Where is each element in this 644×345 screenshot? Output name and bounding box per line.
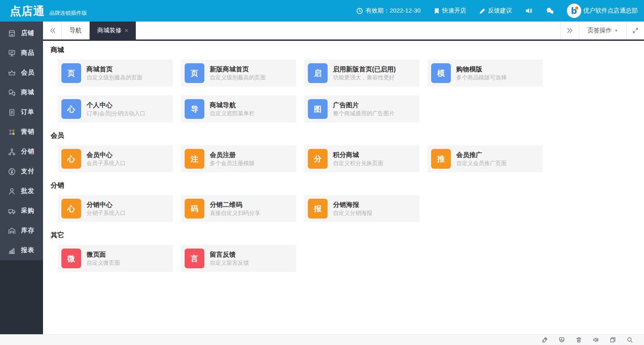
card-商城首页[interactable]: 页商城首页自定义级别最高的页面 (58, 60, 173, 87)
sidebar-item-payment[interactable]: 支付 (0, 162, 43, 181)
app-title: 点店通 (10, 4, 45, 18)
card-留言反馈[interactable]: 言留言反馈自定义留言反馈 (181, 245, 296, 272)
sidebar-item-label: 会员 (21, 69, 35, 77)
search-icon[interactable] (627, 336, 633, 343)
sidebar-item-purchase[interactable]: 采购 (0, 201, 43, 221)
card-description: 自定义积分兑换页面 (333, 160, 384, 167)
card-title: 启用新版首页(已启用) (333, 65, 396, 74)
sidebar-item-label: 批发 (21, 187, 35, 195)
sidebar-item-mall[interactable]: 商城 (0, 83, 43, 102)
goods-icon (8, 49, 16, 57)
message-button[interactable] (545, 7, 554, 15)
speaker-icon (525, 7, 533, 15)
tab-0[interactable]: 导航 (62, 22, 90, 39)
card-description: 多个会员注册模版 (210, 160, 255, 167)
card-description: 直接自定义扫码分享 (210, 210, 260, 217)
card-个人中心[interactable]: 心个人中心订单|会员|分销活动入口 (58, 96, 173, 122)
card-分销中心[interactable]: 心分销中心分销子系统入口 (58, 195, 173, 222)
card-description: 多个商品模版可选择 (456, 74, 507, 82)
card-glyph-tile: 言 (185, 249, 204, 268)
sound-button[interactable] (525, 7, 533, 15)
sidebar-item-report[interactable]: 报表 (0, 240, 43, 260)
card-title: 会员注册 (210, 151, 255, 159)
card-title: 商城导航 (210, 101, 255, 109)
chat-bubbles-icon (8, 88, 16, 97)
card-会员注册[interactable]: 注会员注册多个会员注册模版 (181, 145, 296, 172)
cards-grid: 微微页面自定义微页面言留言反馈自定义留言反馈 (58, 245, 555, 272)
card-glyph-tile: 微 (61, 249, 81, 268)
marketing-dots-icon (8, 128, 16, 136)
card-glyph-tile: 启 (308, 63, 328, 83)
card-积分商城[interactable]: 分积分商城自定义积分兑换页面 (304, 145, 419, 172)
card-description: 功能更强大，兼容性更好 (333, 74, 396, 82)
sidebar-item-label: 营销 (21, 128, 35, 136)
sidebar-item-inventory[interactable]: 库存 (0, 221, 43, 240)
sidebar-item-marketing[interactable]: 营销 (0, 122, 43, 142)
card-glyph-tile: 推 (431, 149, 451, 169)
card-glyph-tile: 注 (185, 149, 204, 169)
sidebar-item-order[interactable]: 订单 (0, 102, 43, 122)
sidebar-item-shop[interactable]: 店铺 (0, 23, 43, 43)
quick-open-button[interactable]: 快速开店 (433, 7, 467, 15)
tab-1[interactable]: 商城装修× (90, 22, 136, 39)
card-购物模版[interactable]: 模购物模版多个商品模版可选择 (428, 60, 543, 87)
card-glyph-tile: 心 (61, 199, 81, 218)
card-分销二维码[interactable]: 码分销二维码直接自定义扫码分享 (181, 195, 296, 222)
network-icon (8, 148, 16, 156)
card-广告图片[interactable]: 图广告图片整个商城通用的广告图片 (304, 96, 419, 122)
section-title: 其它 (51, 231, 644, 239)
document-icon (8, 108, 16, 117)
card-texts: 新版商城首页自定义级别最高的页面 (210, 65, 266, 82)
section-1: 会员心会员中心会员子系统入口注会员注册多个会员注册模版分积分商城自定义积分兑换页… (51, 131, 644, 172)
card-title: 分销中心 (86, 201, 126, 209)
tabs-scroll-left-button[interactable] (43, 22, 62, 39)
avatar-accent (575, 7, 578, 9)
restore-window-icon[interactable] (609, 336, 616, 343)
rocket-icon[interactable] (541, 336, 548, 343)
sidebar-item-member[interactable]: 会员 (0, 63, 43, 83)
feedback-label: 反馈建议 (488, 7, 512, 15)
cards-grid: 页商城首页自定义级别最高的页面页新版商城首页自定义级别最高的页面启启用新版首页(… (58, 60, 555, 122)
sidebar-item-goods[interactable]: 商品 (0, 43, 43, 63)
card-启用新版首页(已启用)[interactable]: 启启用新版首页(已启用)功能更强大，兼容性更好 (304, 60, 419, 87)
account-menu[interactable]: b 优户软件点店通总部 (567, 4, 638, 18)
card-glyph-tile: 分 (308, 149, 328, 169)
card-会员中心[interactable]: 心会员中心会员子系统入口 (58, 145, 173, 172)
sidebar-item-wholesale[interactable]: 批发 (0, 181, 43, 201)
card-会员推广[interactable]: 推会员推广自定义会员推广页面 (428, 145, 543, 172)
validity-text: 有效期：2022-12-30 (365, 7, 420, 15)
heart-pulse-icon[interactable] (558, 336, 565, 343)
chat-cloud-icon (545, 7, 554, 15)
tab-operations-dropdown[interactable]: 页签操作 ▼ (579, 22, 626, 39)
card-texts: 购物模版多个商品模版可选择 (456, 65, 507, 82)
tabs-scroll-right-button[interactable] (560, 22, 579, 39)
flag-icon (433, 8, 440, 14)
card-title: 微页面 (86, 250, 120, 259)
feedback-button[interactable]: 反馈建议 (479, 7, 512, 15)
card-description: 订单|会员|分销活动入口 (86, 110, 146, 118)
warehouse-icon (8, 227, 16, 235)
card-texts: 会员注册多个会员注册模版 (210, 151, 255, 167)
card-title: 广告图片 (333, 101, 395, 109)
card-微页面[interactable]: 微微页面自定义微页面 (58, 245, 173, 272)
card-title: 个人中心 (86, 101, 146, 109)
card-texts: 商城首页自定义级别最高的页面 (86, 65, 143, 82)
tab-label: 导航 (69, 26, 82, 35)
card-商城导航[interactable]: 导商城导航自定义底部菜单栏 (181, 96, 296, 122)
trash-icon[interactable] (575, 336, 582, 343)
card-新版商城首页[interactable]: 页新版商城首页自定义级别最高的页面 (181, 60, 296, 87)
card-glyph-tile: 页 (61, 63, 81, 83)
crown-icon (8, 69, 16, 77)
card-分销海报[interactable]: 报分销海报自定义分销海报 (304, 195, 419, 222)
fullscreen-toggle-button[interactable] (626, 22, 644, 39)
clock-icon (356, 8, 363, 14)
speaker-icon[interactable] (592, 336, 599, 343)
card-title: 分销海报 (333, 201, 372, 209)
tab-close-icon[interactable]: × (125, 27, 128, 34)
sidebar-item-distribution[interactable]: 分销 (0, 142, 43, 162)
card-title: 分销二维码 (210, 201, 260, 209)
person-icon (8, 187, 16, 196)
card-description: 会员子系统入口 (86, 160, 126, 167)
card-description: 自定义留言反馈 (210, 259, 249, 267)
section-title: 分销 (51, 181, 644, 189)
